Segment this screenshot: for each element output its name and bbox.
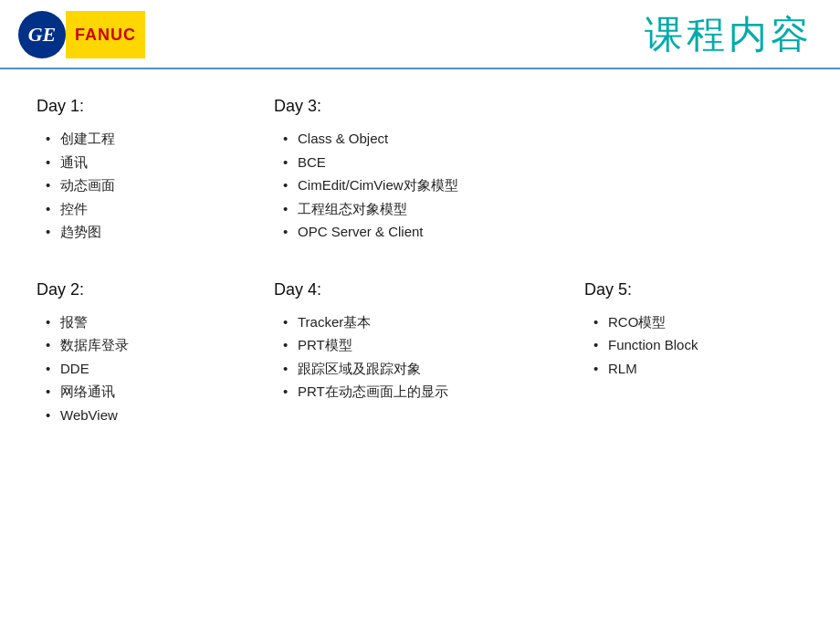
list-item: 控件 <box>46 197 256 221</box>
page-title: 课程内容 <box>645 9 813 60</box>
list-item: PRT在动态画面上的显示 <box>283 380 566 404</box>
main-content: Day 1: 创建工程 通讯 动态画面 控件 趋势图 Day 3: Class … <box>0 69 840 454</box>
day5-title: Day 5: <box>584 280 803 299</box>
ge-logo: GE <box>18 11 66 58</box>
day2-section: Day 2: 报警 数据库登录 DDE 网络通讯 WebView <box>27 253 265 436</box>
day4-items: Tracker基本 PRT模型 跟踪区域及跟踪对象 PRT在动态画面上的显示 <box>283 310 566 404</box>
list-item: Class & Object <box>283 127 566 151</box>
list-item: CimEdit/CimView对象模型 <box>283 173 566 197</box>
list-item: 趋势图 <box>46 220 256 244</box>
fanuc-logo: FANUC <box>66 11 145 58</box>
list-item: RLM <box>593 357 803 381</box>
page: GE FANUC 课程内容 Day 1: 创建工程 通讯 动态画面 控件 趋势图… <box>0 0 840 630</box>
day4-section: Day 4: Tracker基本 PRT模型 跟踪区域及跟踪对象 PRT在动态画… <box>265 253 575 436</box>
day3-items: Class & Object BCE CimEdit/CimView对象模型 工… <box>283 127 566 244</box>
list-item: 报警 <box>46 310 256 334</box>
list-item: 数据库登录 <box>46 333 256 357</box>
list-item: DDE <box>46 357 256 381</box>
list-item: OPC Server & Client <box>283 220 566 244</box>
list-item: 跟踪区域及跟踪对象 <box>283 357 566 381</box>
day1-items: 创建工程 通讯 动态画面 控件 趋势图 <box>46 127 256 244</box>
day5-items: RCO模型 Function Block RLM <box>593 310 803 381</box>
list-item: 通讯 <box>46 151 256 174</box>
ge-text: GE <box>28 23 57 47</box>
list-item: PRT模型 <box>283 333 566 357</box>
list-item: Function Block <box>593 333 803 357</box>
list-item: Tracker基本 <box>283 310 566 334</box>
day2-title: Day 2: <box>37 280 256 299</box>
day5-section: Day 5: RCO模型 Function Block RLM <box>575 253 813 436</box>
day4-title: Day 4: <box>274 280 566 299</box>
day3-title: Day 3: <box>274 97 566 116</box>
empty-top-right <box>575 88 813 253</box>
day3-section: Day 3: Class & Object BCE CimEdit/CimVie… <box>265 88 575 253</box>
day2-items: 报警 数据库登录 DDE 网络通讯 WebView <box>46 310 256 427</box>
list-item: 动态画面 <box>46 173 256 197</box>
list-item: WebView <box>46 404 256 427</box>
day1-section: Day 1: 创建工程 通讯 动态画面 控件 趋势图 <box>27 88 265 253</box>
fanuc-text: FANUC <box>75 26 136 45</box>
list-item: 创建工程 <box>46 127 256 151</box>
list-item: BCE <box>283 151 566 174</box>
list-item: 工程组态对象模型 <box>283 197 566 221</box>
list-item: 网络通讯 <box>46 380 256 404</box>
day1-title: Day 1: <box>37 97 256 116</box>
header: GE FANUC 课程内容 <box>0 0 840 69</box>
logo-area: GE FANUC <box>18 11 145 58</box>
list-item: RCO模型 <box>593 310 803 334</box>
